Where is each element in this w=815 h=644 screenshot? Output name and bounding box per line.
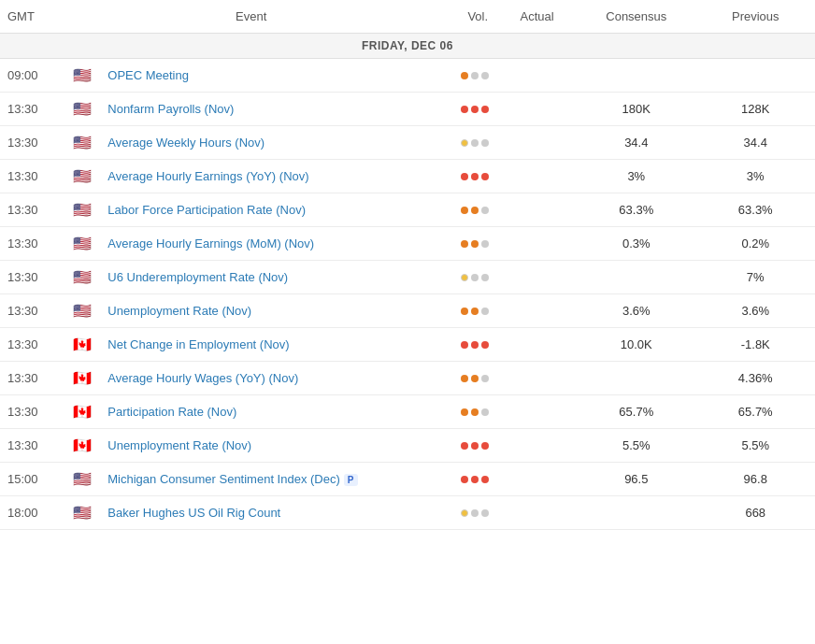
event-previous: 0.2% <box>696 227 815 261</box>
vol-dot <box>461 341 468 349</box>
event-link[interactable]: U6 Underemployment Rate (Nov) <box>107 270 288 284</box>
vol-dot <box>461 274 468 281</box>
event-previous: 3% <box>696 160 815 193</box>
event-link[interactable]: Labor Force Participation Rate (Nov) <box>107 203 306 217</box>
country-flag: 🇺🇸 <box>64 294 100 328</box>
event-link[interactable]: OPEC Meeting <box>107 68 189 82</box>
event-link[interactable]: Average Hourly Earnings (MoM) (Nov) <box>107 236 314 250</box>
event-link[interactable]: Nonfarm Payrolls (Nov) <box>107 102 234 116</box>
vol-dot <box>471 72 479 79</box>
event-consensus: 34.4 <box>577 126 695 160</box>
event-link[interactable]: Average Hourly Earnings (YoY) (Nov) <box>107 169 308 183</box>
event-previous <box>696 59 815 93</box>
event-name[interactable]: Baker Hughes US Oil Rig Count <box>100 496 437 530</box>
vol-dot <box>471 106 479 113</box>
event-name[interactable]: Average Hourly Earnings (YoY) (Nov) <box>100 160 437 193</box>
event-consensus: 10.0K <box>577 328 695 362</box>
vol-dot <box>481 308 489 315</box>
event-link[interactable]: Michigan Consumer Sentiment Index (Dec) <box>107 472 340 486</box>
event-volatility <box>437 395 497 429</box>
event-time: 13:30 <box>0 160 64 193</box>
country-flag: 🇺🇸 <box>64 463 100 496</box>
event-time: 13:30 <box>0 227 64 261</box>
event-name[interactable]: Nonfarm Payrolls (Nov) <box>100 93 437 126</box>
vol-dot <box>481 106 489 113</box>
vol-dot <box>471 341 479 349</box>
event-time: 13:30 <box>0 328 64 362</box>
vol-dot <box>481 375 489 382</box>
event-time: 15:00 <box>0 463 64 496</box>
event-time: 13:30 <box>0 395 64 429</box>
event-actual <box>497 294 577 328</box>
event-name[interactable]: OPEC Meeting <box>100 59 437 93</box>
date-section-header: FRIDAY, DEC 06 <box>0 34 815 59</box>
vol-dot <box>481 72 489 79</box>
table-row: 13:30🇺🇸Nonfarm Payrolls (Nov)180K128K <box>0 93 815 126</box>
event-consensus <box>577 59 695 93</box>
vol-dot <box>461 476 468 483</box>
event-name[interactable]: Labor Force Participation Rate (Nov) <box>100 193 437 227</box>
table-row: 13:30🇺🇸Average Hourly Earnings (MoM) (No… <box>0 227 815 261</box>
event-name[interactable]: Participation Rate (Nov) <box>100 395 437 429</box>
event-link[interactable]: Unemployment Rate (Nov) <box>107 304 251 318</box>
event-name[interactable]: Unemployment Rate (Nov) <box>100 429 437 463</box>
country-flag: 🇺🇸 <box>64 59 100 93</box>
event-volatility <box>437 93 497 126</box>
event-link[interactable]: Participation Rate (Nov) <box>107 405 236 419</box>
event-actual <box>497 160 577 193</box>
event-name[interactable]: U6 Underemployment Rate (Nov) <box>100 261 437 294</box>
vol-dot <box>481 341 489 349</box>
vol-dot <box>461 240 468 248</box>
table-row: 13:30🇨🇦Average Hourly Wages (YoY) (Nov)4… <box>0 362 815 395</box>
table-row: 09:00🇺🇸OPEC Meeting <box>0 59 815 93</box>
col-header-gmt: GMT <box>0 0 64 34</box>
event-volatility <box>437 227 497 261</box>
event-previous: -1.8K <box>696 328 815 362</box>
event-actual <box>497 59 577 93</box>
vol-dot <box>471 207 479 214</box>
event-consensus: 3.6% <box>577 294 695 328</box>
event-consensus: 96.5 <box>577 463 695 496</box>
col-header-actual: Actual <box>497 0 577 34</box>
vol-dot <box>461 72 468 79</box>
event-link[interactable]: Baker Hughes US Oil Rig Count <box>107 506 280 520</box>
col-header-event: Event <box>64 0 437 34</box>
event-previous: 63.3% <box>696 193 815 227</box>
event-link[interactable]: Net Change in Employment (Nov) <box>107 337 289 351</box>
event-actual <box>497 193 577 227</box>
vol-dot <box>471 476 479 483</box>
table-row: 13:30🇺🇸Labor Force Participation Rate (N… <box>0 193 815 227</box>
col-header-consensus: Consensus <box>577 0 695 34</box>
col-header-vol: Vol. <box>437 0 497 34</box>
event-link[interactable]: Average Weekly Hours (Nov) <box>107 136 265 150</box>
vol-dot <box>461 106 468 113</box>
preview-badge: P <box>344 474 358 486</box>
vol-dot <box>481 207 489 214</box>
vol-dot <box>481 442 489 450</box>
event-name[interactable]: Net Change in Employment (Nov) <box>100 328 437 362</box>
vol-dot <box>481 139 489 147</box>
event-actual <box>497 463 577 496</box>
event-name[interactable]: Michigan Consumer Sentiment Index (Dec)P <box>100 463 437 496</box>
table-row: 15:00🇺🇸Michigan Consumer Sentiment Index… <box>0 463 815 496</box>
event-volatility <box>437 362 497 395</box>
event-actual <box>497 227 577 261</box>
event-actual <box>497 362 577 395</box>
event-link[interactable]: Unemployment Rate (Nov) <box>107 438 251 452</box>
event-name[interactable]: Average Hourly Earnings (MoM) (Nov) <box>100 227 437 261</box>
event-link[interactable]: Average Hourly Wages (YoY) (Nov) <box>107 371 298 385</box>
vol-dot <box>461 173 468 180</box>
vol-dot <box>461 442 468 450</box>
event-name[interactable]: Average Weekly Hours (Nov) <box>100 126 437 160</box>
vol-dot <box>481 274 489 281</box>
event-previous: 96.8 <box>696 463 815 496</box>
vol-dot <box>481 476 489 483</box>
vol-dot <box>471 139 479 147</box>
event-name[interactable]: Unemployment Rate (Nov) <box>100 294 437 328</box>
event-consensus: 3% <box>577 160 695 193</box>
event-name[interactable]: Average Hourly Wages (YoY) (Nov) <box>100 362 437 395</box>
event-time: 13:30 <box>0 193 64 227</box>
country-flag: 🇺🇸 <box>64 496 100 530</box>
vol-dot <box>471 173 479 180</box>
event-consensus: 0.3% <box>577 227 695 261</box>
